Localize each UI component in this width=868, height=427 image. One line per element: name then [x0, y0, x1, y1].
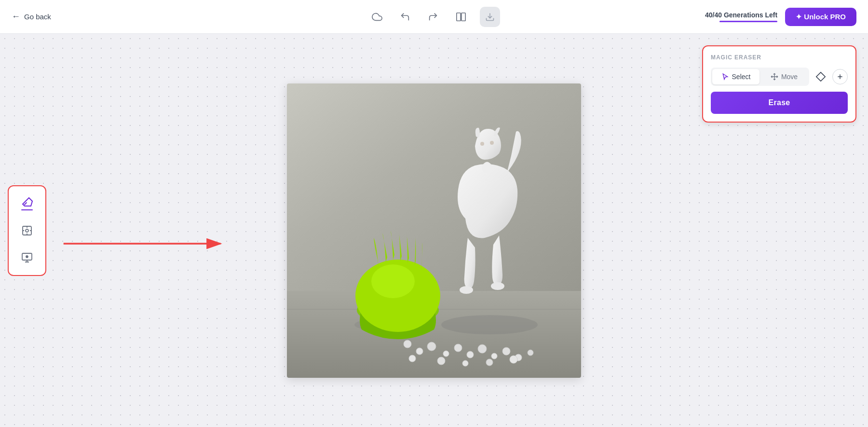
select-cursor-icon	[721, 73, 729, 81]
svg-point-14	[371, 264, 415, 298]
back-label: Go back	[24, 13, 51, 21]
svg-rect-7	[287, 83, 581, 291]
svg-point-33	[486, 359, 493, 366]
header-center-controls	[368, 7, 500, 27]
undo-button[interactable]	[396, 8, 414, 26]
svg-point-15	[480, 142, 484, 146]
select-tool-button[interactable]: Select	[712, 69, 760, 84]
svg-point-10	[441, 315, 538, 334]
svg-point-26	[491, 353, 497, 359]
svg-point-27	[502, 347, 510, 355]
main-image-svg	[287, 83, 581, 378]
svg-point-25	[478, 344, 487, 353]
undo-icon	[400, 12, 410, 22]
magic-eraser-panel: MAGIC ERASER Select Move	[702, 45, 856, 123]
diamond-tool-button[interactable]	[813, 69, 828, 84]
erase-button[interactable]: Erase	[711, 92, 848, 114]
compare-icon	[456, 12, 466, 22]
svg-point-20	[416, 348, 423, 355]
panel-title: MAGIC ERASER	[711, 54, 848, 61]
move-tool-button[interactable]: Move	[760, 69, 808, 84]
select-move-group: Select Move	[711, 68, 809, 86]
main-content: MAGIC ERASER Select Move	[0, 34, 868, 427]
add-tool-circle-button[interactable]	[832, 69, 848, 84]
svg-point-24	[467, 351, 474, 358]
move-cursor-icon	[771, 73, 778, 81]
cloud-icon	[372, 12, 382, 22]
svg-point-16	[490, 141, 494, 145]
download-icon	[485, 12, 495, 22]
svg-point-34	[510, 356, 517, 363]
red-arrow-annotation	[53, 222, 236, 265]
svg-point-32	[462, 360, 468, 366]
panel-tools: Select Move	[711, 68, 848, 86]
svg-point-17	[460, 286, 473, 294]
redo-icon	[428, 12, 438, 22]
svg-point-29	[528, 350, 533, 356]
generations-fill	[719, 21, 777, 22]
back-button[interactable]: ← Go back	[12, 12, 51, 22]
header-right: 40/40 Generations Left ✦ Unlock PRO	[705, 8, 856, 26]
svg-point-18	[491, 282, 504, 290]
svg-point-23	[454, 344, 462, 352]
svg-point-22	[443, 351, 449, 357]
svg-marker-36	[816, 72, 825, 81]
compare-button[interactable]	[452, 8, 470, 26]
download-button[interactable]	[480, 7, 500, 27]
back-arrow-icon: ←	[12, 12, 20, 22]
diamond-icon	[815, 71, 826, 82]
svg-point-19	[404, 340, 411, 348]
plus-circle-icon	[836, 73, 844, 81]
unlock-pro-button[interactable]: ✦ Unlock PRO	[785, 8, 856, 26]
app-header: ← Go back	[0, 0, 868, 34]
svg-rect-1	[461, 13, 465, 21]
svg-point-30	[409, 355, 416, 362]
redo-button[interactable]	[424, 8, 442, 26]
svg-point-21	[427, 342, 436, 351]
svg-point-31	[437, 357, 445, 365]
generations-text: 40/40 Generations Left	[705, 11, 777, 19]
svg-rect-0	[457, 13, 461, 21]
generations-counter: 40/40 Generations Left	[705, 11, 777, 22]
generations-bar	[719, 21, 777, 22]
main-image-container	[287, 83, 581, 378]
cloud-icon-button[interactable]	[368, 8, 386, 26]
